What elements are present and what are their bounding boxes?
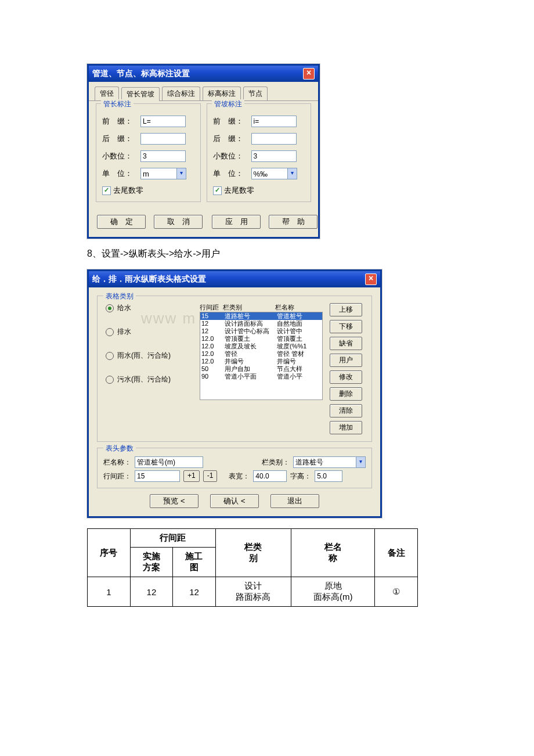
radio-label: 排水 — [117, 327, 131, 337]
list-cell: 12.0 — [201, 335, 225, 343]
list-cell: 设计路面标高 — [225, 320, 277, 327]
side-button-3[interactable]: 用户 — [330, 354, 362, 367]
g1-unit-label: 单 位： — [102, 168, 136, 179]
tablewidth-input[interactable] — [253, 470, 287, 482]
dialog1-buttons: 确 定 取 消 应 用 帮 助 — [89, 209, 318, 237]
radio-supply-water[interactable]: 给水 — [106, 303, 193, 313]
preview-button[interactable]: 预览 < — [150, 494, 199, 508]
list-cell: 井编号 — [277, 358, 323, 365]
side-button-0[interactable]: 上移 — [330, 303, 362, 316]
list-cell: 管径 管材 — [277, 350, 323, 358]
g2-suffix-label: 后 缀： — [213, 134, 247, 144]
group-header-params: 表头参数 栏名称： 栏类别： 道路桩号 ▾ 行间距： +1 -1 — [97, 448, 372, 488]
side-button-2[interactable]: 缺省 — [330, 337, 362, 350]
dialog1-tabs: 管径 管长管坡 综合标注 标高标注 节点 — [89, 82, 318, 100]
dialog2-titlebar[interactable]: 给．排．雨水纵断表头格式设置 × — [89, 271, 380, 287]
list-cell: 设计管中心标高 — [225, 327, 277, 335]
minus1-button[interactable]: -1 — [203, 470, 218, 482]
cell-name: 原地 面标高(m) — [291, 577, 375, 607]
g1-unit-combo[interactable]: m ▾ — [140, 168, 186, 179]
radio-icon — [106, 376, 114, 384]
th-cons: 施工 图 — [173, 548, 216, 577]
plus1-button[interactable]: +1 — [183, 470, 200, 482]
close-icon[interactable]: × — [365, 273, 377, 285]
tab-elevation[interactable]: 标高标注 — [203, 87, 241, 100]
side-button-6[interactable]: 清除 — [330, 404, 362, 417]
radio-icon — [106, 304, 114, 312]
g1-prefix-input[interactable] — [140, 116, 186, 127]
list-item[interactable]: 12.0管径管径 管材 — [200, 350, 322, 358]
fontheight-label: 字高： — [290, 471, 311, 481]
list-item[interactable]: 12.0井编号井编号 — [200, 358, 322, 365]
cancel-button[interactable]: 取 消 — [154, 215, 203, 229]
dialog1-titlebar[interactable]: 管道、节点、标高标注设置 × — [89, 66, 318, 82]
side-button-1[interactable]: 下移 — [330, 320, 362, 333]
group-slope-annotation: 管坡标注 前 缀： 后 缀： 小数位： 单 位： %‰ ▾ — [207, 103, 312, 202]
tab-combined[interactable]: 综合标注 — [162, 87, 200, 100]
g2-decimals-input[interactable] — [251, 150, 297, 162]
side-button-5[interactable]: 删除 — [330, 387, 362, 401]
list-item[interactable]: 90管道小平面管道小平 — [200, 373, 322, 380]
list-cell: 管道小平面 — [225, 373, 277, 380]
exit-button[interactable]: 退出 — [270, 494, 319, 508]
list-item[interactable]: 12.0坡度及坡长坡度(%%1 — [200, 343, 322, 350]
dialog1-title: 管道、节点、标高标注设置 — [92, 69, 190, 79]
list-item[interactable]: 15道路桩号管道桩号 — [200, 312, 322, 320]
apply-button[interactable]: 应 用 — [212, 215, 261, 229]
g1-suffix-input[interactable] — [140, 133, 186, 145]
coltype-combo[interactable]: 道路桩号 ▾ — [293, 456, 366, 468]
g2-trim-checkbox[interactable]: ✓ 去尾数零 — [213, 185, 305, 196]
g1-trim-label: 去尾数零 — [113, 185, 143, 196]
group1-title: 管长标注 — [101, 99, 134, 109]
radio-label: 给水 — [117, 303, 131, 313]
help-button[interactable]: 帮 助 — [269, 215, 317, 229]
tab-node[interactable]: 节点 — [243, 87, 268, 100]
side-button-7[interactable]: 增加 — [330, 421, 362, 434]
list-cell: 节点大样 — [277, 365, 323, 373]
th-plan: 实施 方案 — [130, 548, 173, 577]
params-title: 表头参数 — [103, 444, 136, 453]
confirm-button[interactable]: 确认 < — [210, 494, 259, 508]
radio-rain-water[interactable]: 雨水(雨、污合绘) — [106, 351, 193, 361]
list-headers: 行间距 栏类别 栏名称 — [200, 303, 323, 312]
side-buttons: 上移下移缺省用户修改删除清除增加 — [330, 303, 361, 434]
th-name: 栏名 称 — [291, 529, 375, 577]
radio-sewage[interactable]: 污水(雨、污合绘) — [106, 375, 193, 384]
doc-table: 序号 行间距 栏类 别 栏名 称 备注 实施 方案 施工 图 1 12 12 设… — [87, 528, 418, 607]
g1-suffix-label: 后 缀： — [102, 134, 136, 144]
colname-input[interactable] — [135, 456, 203, 468]
coltype-label: 栏类别： — [262, 458, 290, 467]
radio-drain-water[interactable]: 排水 — [106, 327, 193, 337]
list-item[interactable]: 50用户自加节点大样 — [200, 365, 322, 373]
coltype-value: 道路桩号 — [295, 458, 323, 467]
g2-prefix-input[interactable] — [251, 116, 297, 127]
list-header-type: 栏类别 — [223, 303, 275, 312]
tab-diameter[interactable]: 管径 — [95, 87, 119, 100]
list-header-name: 栏名称 — [275, 303, 322, 312]
cell-seq: 1 — [88, 577, 131, 607]
rowspan-input[interactable] — [135, 470, 180, 482]
g1-trim-checkbox[interactable]: ✓ 去尾数零 — [102, 185, 194, 196]
list-item[interactable]: 12.0管顶覆土管顶覆土 — [200, 335, 322, 343]
ok-button[interactable]: 确 定 — [97, 215, 146, 229]
list-cell: 用户自加 — [225, 365, 277, 373]
list-item[interactable]: 12设计管中心标高设计管中 — [200, 327, 322, 335]
column-listbox[interactable]: 15道路桩号管道桩号12设计路面标高自然地面12设计管中心标高设计管中12.0管… — [200, 312, 323, 400]
fontheight-input[interactable] — [315, 470, 342, 482]
check-icon: ✓ — [102, 186, 111, 195]
chevron-down-icon: ▾ — [287, 168, 297, 179]
g2-unit-combo[interactable]: %‰ ▾ — [251, 168, 297, 179]
list-cell: 12 — [201, 320, 225, 327]
g2-decimals-label: 小数位： — [213, 151, 247, 161]
g1-decimals-input[interactable] — [140, 150, 186, 162]
list-cell: 管道小平 — [277, 373, 323, 380]
check-icon: ✓ — [213, 186, 222, 195]
g1-prefix-label: 前 缀： — [102, 116, 136, 127]
side-button-4[interactable]: 修改 — [330, 370, 362, 384]
list-item[interactable]: 12设计路面标高自然地面 — [200, 320, 322, 327]
th-note: 备注 — [375, 529, 418, 577]
g2-suffix-input[interactable] — [251, 133, 297, 145]
list-cell: 管道桩号 — [277, 312, 323, 320]
close-icon[interactable]: × — [303, 68, 315, 80]
th-type: 栏类 别 — [215, 529, 291, 577]
